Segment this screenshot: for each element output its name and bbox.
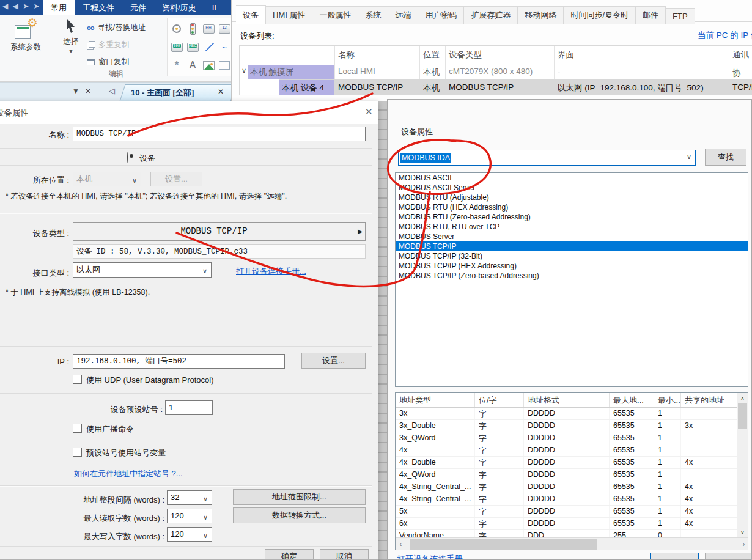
driver-list-item[interactable]: MODBUS RTU (Adjustable): [396, 193, 748, 202]
pipe-tool-icon[interactable]: *: [175, 59, 179, 72]
driver-listbox[interactable]: MODBUS ASCIIMODBUS ASCII ServerMODBUS RT…: [395, 172, 748, 387]
horizontal-scroll-thumb[interactable]: [410, 539, 597, 550]
close-icon[interactable]: ✕: [365, 106, 373, 117]
address-table-row[interactable]: 6x 字 DDDDD 65535 1 4x: [396, 518, 739, 530]
driver-list-item[interactable]: MODBUS RTU (HEX Addressing): [396, 202, 748, 212]
address-range-button[interactable]: 地址范围限制...: [233, 489, 366, 505]
driver-search-combo[interactable]: MODBUS IDA ∨: [398, 150, 696, 166]
quick-access-toolbar[interactable]: ◀ ◀ ➤ ➤ ▾: [2, 2, 49, 10]
interface-combo[interactable]: 以太网∨: [73, 262, 212, 278]
open-manual-link-2[interactable]: 打开设备连接手册...: [397, 554, 470, 560]
parameter-tab[interactable]: 用户密码: [418, 6, 464, 24]
address-table-row[interactable]: 4x_String_Central_... 字 DDDDD 65535 1 4x: [396, 493, 739, 506]
address-table-row[interactable]: 3x_QWord 字 DDDDD 65535 1: [396, 432, 739, 444]
station-var-checkbox[interactable]: [73, 448, 82, 457]
ribbon-tab[interactable]: 资料/历史: [154, 0, 204, 15]
scroll-right-icon[interactable]: ›: [739, 539, 748, 550]
parameter-tab[interactable]: 扩展存贮器: [464, 6, 518, 24]
max-write-combo[interactable]: 120∨: [167, 527, 212, 542]
address-col-header[interactable]: 地址格式: [524, 393, 610, 407]
parameter-tab[interactable]: FTP: [666, 8, 695, 24]
col-header-protocol[interactable]: 通讯协: [732, 46, 752, 64]
address-table-row[interactable]: 3x 字 DDDDD 65535 1: [396, 408, 739, 420]
col-header-type[interactable]: 设备类型: [449, 46, 482, 64]
system-parameters-button[interactable]: ⚙ 系统参数: [3, 20, 48, 53]
select-dropdown-arrow[interactable]: ▼: [56, 48, 86, 54]
cancel-button[interactable]: 取消: [320, 549, 369, 560]
device-type-expand-icon[interactable]: ▶: [355, 222, 366, 241]
driver-list-item[interactable]: MODBUS RTU (Zero-based Addressing): [396, 212, 748, 222]
driver-list-item[interactable]: MODBUS TCP/IP: [396, 241, 748, 251]
vertical-scroll-thumb[interactable]: [738, 403, 747, 429]
select-tool-button[interactable]: 选择 ▼: [56, 19, 86, 54]
scroll-left-icon[interactable]: ‹: [396, 539, 406, 550]
driver-list-item[interactable]: MODBUS TCP/IP (Zero-based Addressing): [396, 271, 748, 281]
col-header-location[interactable]: 位置: [423, 46, 440, 64]
device-type-button[interactable]: MODBUS TCP/IP: [73, 222, 355, 241]
address-table-row[interactable]: 4x_QWord 字 DDDDD 65535 1: [396, 469, 739, 481]
ascii-display-icon[interactable]: ABC: [187, 43, 199, 52]
open-manual-link[interactable]: 打开设备连接手册...: [236, 266, 306, 277]
parameter-tab[interactable]: 远端: [388, 6, 418, 24]
shape-tool-icon[interactable]: [219, 61, 230, 70]
parameter-tab[interactable]: 一般属性: [312, 6, 358, 24]
parameter-tab[interactable]: HMI 属性: [266, 6, 312, 24]
text-tool-icon[interactable]: A: [190, 60, 196, 71]
max-read-combo[interactable]: 120∨: [167, 509, 212, 523]
find-replace-address-item[interactable]: oo 寻找/替换地址: [87, 20, 146, 35]
broadcast-checkbox[interactable]: [73, 424, 82, 433]
address-col-header[interactable]: 地址类型: [396, 393, 475, 407]
line-tool-icon[interactable]: [203, 42, 214, 53]
ok-button[interactable]: 确定: [265, 549, 314, 560]
address-table-row[interactable]: 3x_Double 字 DDDDD 65535 1 3x: [396, 420, 739, 432]
expand-chevron-icon[interactable]: ∨: [241, 67, 246, 75]
horizontal-scrollbar[interactable]: ‹ ›: [396, 537, 748, 550]
window-copy-item[interactable]: 窗口复制: [87, 54, 146, 69]
dialog-ok-button[interactable]: [650, 553, 699, 560]
scroll-down-icon[interactable]: ∨: [737, 527, 748, 537]
current-pc-ip-link[interactable]: 当前 PC 的 IP 信: [698, 30, 752, 41]
station-help-link[interactable]: 如何在元件地址中指定站号 ?...: [74, 468, 183, 479]
device-row-local-hmi[interactable]: ∨ 本机 触摸屏 Local HMI 本机 cMT2079X (800 x 48…: [240, 64, 752, 79]
name-input[interactable]: MODBUS TCP/IP: [73, 127, 366, 141]
picture-tool-icon[interactable]: [203, 61, 215, 70]
scroll-up-icon[interactable]: ∧: [737, 393, 748, 403]
driver-list-item[interactable]: MODBUS RTU, RTU over TCP: [396, 222, 748, 232]
combo-dropdown-icon[interactable]: ∨: [687, 153, 691, 161]
address-col-header[interactable]: 位/字: [475, 393, 524, 407]
word-switch-icon[interactable]: 12: [219, 24, 230, 34]
data-convert-button[interactable]: 数据转换方式...: [233, 507, 366, 523]
ribbon-tab[interactable]: 常用: [43, 0, 75, 15]
bit-lamp-icon[interactable]: [172, 24, 181, 33]
driver-list-item[interactable]: MODBUS Server: [396, 232, 748, 241]
word-lamp-icon[interactable]: [190, 23, 196, 35]
interval-combo[interactable]: 32∨: [167, 490, 212, 505]
pane-controls[interactable]: ▼✕: [72, 87, 97, 95]
parameter-tab[interactable]: 系统: [358, 6, 388, 24]
vertical-scrollbar[interactable]: ∧ ∨: [737, 393, 748, 537]
background-scrollbar-strip[interactable]: [378, 101, 387, 560]
driver-list-item[interactable]: MODBUS ASCII Server: [396, 183, 748, 193]
dialog-cancel-button[interactable]: [705, 553, 752, 560]
document-tab-close-icon[interactable]: ✕: [218, 87, 224, 96]
find-button[interactable]: 查找: [705, 149, 746, 166]
ribbon-tab[interactable]: 工程文件: [75, 0, 122, 15]
address-table-row[interactable]: 5x 字 DDDDD 65535 1 4x: [396, 506, 739, 518]
address-table-row[interactable]: 4x_String_Central_... 字 DDDDD 65535 1 4x: [396, 481, 739, 493]
tab-scroll-left-icon[interactable]: ◁: [109, 86, 115, 95]
polyline-tool-icon[interactable]: ~: [222, 43, 227, 52]
numeric-display-icon[interactable]: 999: [171, 43, 183, 52]
ribbon-tab[interactable]: 元件: [122, 0, 154, 15]
address-col-header[interactable]: 最小...: [654, 393, 681, 407]
station-input[interactable]: 1: [165, 400, 213, 415]
parameter-tab[interactable]: 时间同步/夏令时: [564, 6, 636, 24]
address-table-row[interactable]: 4x 字 DDDDD 65535 1: [396, 444, 739, 457]
col-header-name[interactable]: 名称: [338, 46, 355, 64]
parameter-tab[interactable]: 邮件: [636, 6, 666, 24]
device-row-modbus[interactable]: 本机 设备 4 MODBUS TCP/IP 本机 MODBUS TCP/IP 以…: [240, 79, 752, 95]
udp-checkbox[interactable]: [73, 375, 82, 384]
driver-list-item[interactable]: MODBUS TCP/IP (HEX Addressing): [396, 261, 748, 271]
ip-field[interactable]: 192.168.0.100, 端口号=502: [73, 354, 285, 369]
driver-list-item[interactable]: MODBUS TCP/IP (32-Bit): [396, 251, 748, 261]
toggle-switch-icon[interactable]: HH: [203, 24, 215, 34]
